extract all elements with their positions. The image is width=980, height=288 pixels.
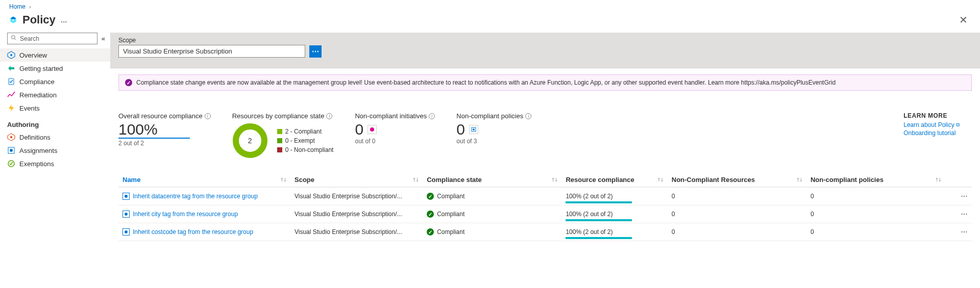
cell-nc-policies: 0 — [806, 223, 945, 241]
assignments-icon — [7, 146, 15, 154]
banner-info-icon: ✓ — [125, 79, 132, 86]
compliant-check-icon: ✓ — [427, 193, 434, 200]
cell-resource-compliance: 100% (2 out of 2) — [566, 228, 612, 235]
legend-noncompliant: 0 - Non-compliant — [285, 146, 334, 153]
sort-icon[interactable]: ↑↓ — [551, 176, 557, 183]
sidebar-item-label: Definitions — [19, 134, 51, 141]
page-title: Policy — [22, 13, 56, 27]
svg-line-4 — [15, 39, 16, 40]
sidebar-item-label: Compliance — [19, 78, 55, 86]
cell-nc-resources: 0 — [668, 187, 806, 205]
donut-total: 2 — [232, 123, 268, 159]
onboarding-tutorial-link[interactable]: Onboarding tutorial — [903, 129, 960, 137]
sort-icon[interactable]: ↑↓ — [412, 176, 419, 183]
stat-nci-sub: out of 0 — [355, 138, 435, 145]
sort-icon[interactable]: ↑↓ — [280, 176, 286, 183]
compliance-bar — [566, 201, 632, 203]
donut-chart: 2 — [232, 123, 268, 159]
chevron-right-icon: › — [27, 4, 33, 10]
sidebar-item-overview[interactable]: Overview — [0, 48, 110, 62]
breadcrumb-home[interactable]: Home — [9, 3, 26, 10]
cell-state: Compliant — [437, 211, 464, 218]
col-scope[interactable]: Scope↑↓ — [290, 173, 423, 187]
sidebar-item-label: Overview — [19, 51, 47, 59]
banner-text: Compliance state change events are now a… — [136, 79, 836, 86]
sidebar-item-label: Exemptions — [19, 160, 54, 168]
svg-point-16 — [370, 127, 374, 132]
sidebar-item-label: Events — [19, 104, 40, 112]
close-icon[interactable]: ✕ — [956, 14, 971, 26]
sort-icon[interactable]: ↑↓ — [935, 176, 941, 183]
sidebar-item-definitions[interactable]: Definitions — [0, 130, 110, 144]
sidebar-item-compliance[interactable]: Compliance — [0, 75, 110, 88]
exemptions-icon — [7, 160, 15, 168]
policy-icon — [9, 16, 17, 24]
svg-point-6 — [10, 54, 12, 56]
scope-bar: Scope Visual Studio Enterprise Subscript… — [110, 33, 980, 68]
svg-point-18 — [473, 128, 475, 130]
policy-name-link[interactable]: Inherit city tag from the resource group — [133, 211, 238, 218]
svg-point-2 — [12, 19, 14, 20]
col-resource-compliance[interactable]: Resource compliance↑↓ — [561, 173, 667, 187]
row-more-actions[interactable]: ··· — [945, 205, 972, 223]
row-more-actions[interactable]: ··· — [945, 187, 972, 205]
sidebar-item-assignments[interactable]: Assignments — [0, 144, 110, 157]
scope-input[interactable]: Visual Studio Enterprise Subscription — [118, 45, 305, 58]
cell-nc-resources: 0 — [668, 205, 806, 223]
external-link-icon: ⧉ — [956, 122, 960, 128]
legend-exempt: 0 - Exempt — [285, 137, 315, 144]
sidebar-item-events[interactable]: Events — [0, 101, 110, 115]
compliance-icon — [7, 77, 15, 86]
col-nc-policies[interactable]: Non-compliant policies↑↓ — [806, 173, 945, 187]
search-placeholder: Search — [20, 35, 39, 42]
more-actions-icon[interactable]: … — [61, 16, 68, 24]
learn-more-panel: LEARN MORE Learn about Policy ⧉ Onboardi… — [903, 112, 972, 138]
row-more-actions[interactable]: ··· — [945, 223, 972, 241]
sidebar-item-remediation[interactable]: Remediation — [0, 88, 110, 101]
svg-point-3 — [12, 36, 15, 39]
swatch-compliant — [277, 129, 282, 134]
swatch-noncompliant — [277, 147, 282, 152]
stat-overall-sub: 2 out of 2 — [118, 140, 211, 147]
stat-overall-value: 100% — [118, 121, 190, 139]
cell-scope: Visual Studio Enterprise Subscription/..… — [290, 205, 423, 223]
col-name[interactable]: Name↑↓ — [118, 173, 290, 187]
breadcrumb: Home › — [0, 0, 980, 11]
sort-icon[interactable]: ↑↓ — [796, 176, 802, 183]
learn-more-header: LEARN MORE — [903, 112, 960, 119]
info-icon[interactable]: i — [429, 113, 435, 119]
remediation-icon — [7, 91, 15, 99]
getting-started-icon — [7, 64, 15, 72]
sidebar-item-getting-started[interactable]: Getting started — [0, 62, 110, 75]
compliant-check-icon: ✓ — [427, 211, 434, 218]
search-icon — [11, 35, 17, 42]
info-icon[interactable]: i — [326, 113, 332, 119]
svg-point-12 — [10, 149, 13, 152]
compliant-check-icon: ✓ — [427, 228, 434, 235]
col-nc-resources[interactable]: Non-Compliant Resources↑↓ — [668, 173, 806, 187]
sort-icon[interactable]: ↑↓ — [657, 176, 664, 183]
learn-about-policy-link[interactable]: Learn about Policy ⧉ — [903, 121, 960, 128]
stat-noncompliant-policies: Non-compliant policies i 0 out of 3 — [456, 112, 531, 145]
col-compliance-state[interactable]: Compliance state↑↓ — [423, 173, 561, 187]
policy-name-link[interactable]: Inherit costcode tag from the resource g… — [133, 228, 253, 235]
table-row: Inherit costcode tag from the resource g… — [118, 223, 972, 241]
sidebar-item-exemptions[interactable]: Exemptions — [0, 157, 110, 170]
search-input[interactable]: Search — [7, 33, 97, 44]
stat-by-state: Resources by compliance state i 2 2 - Co… — [232, 112, 334, 159]
policy-row-icon — [122, 211, 130, 218]
info-icon[interactable]: i — [205, 113, 211, 119]
collapse-sidebar-icon[interactable]: « — [102, 35, 105, 42]
cell-resource-compliance: 100% (2 out of 2) — [566, 211, 612, 218]
cell-nc-policies: 0 — [806, 187, 945, 205]
table-row: Inherit city tag from the resource group… — [118, 205, 972, 223]
info-banner: ✓ Compliance state change events are now… — [118, 74, 972, 91]
policy-row-icon — [122, 193, 130, 200]
sidebar-item-label: Getting started — [19, 65, 63, 72]
cell-state: Compliant — [437, 228, 464, 235]
policy-name-link[interactable]: Inherit datacentre tag from the resource… — [133, 193, 258, 200]
stat-title-text: Non-compliant policies — [456, 112, 523, 120]
cell-scope: Visual Studio Enterprise Subscription/..… — [290, 223, 423, 241]
scope-picker-button[interactable]: ⋯ — [309, 45, 322, 58]
info-icon[interactable]: i — [525, 113, 531, 119]
